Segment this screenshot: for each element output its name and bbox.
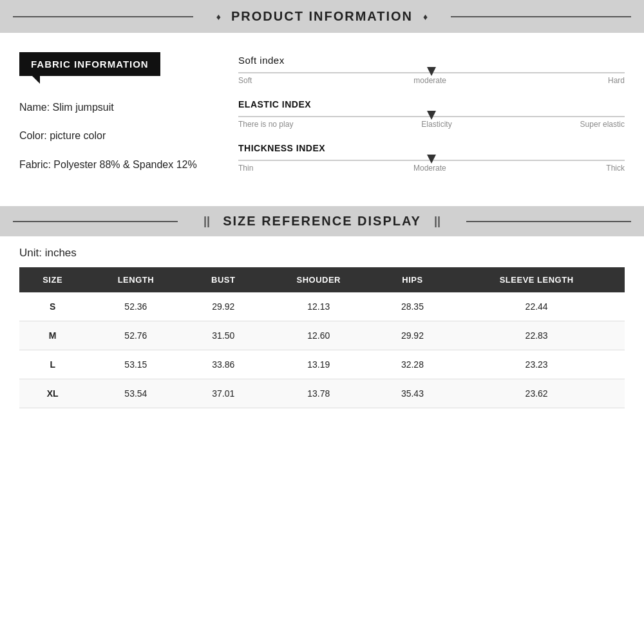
header-line-left <box>13 16 193 17</box>
col-hips: HIPS <box>377 267 449 292</box>
diamond-right: ♦ <box>423 12 428 22</box>
soft-index-title: Soft index <box>238 55 625 66</box>
thickness-slider <box>238 160 625 161</box>
soft-label-0: Soft <box>238 76 252 85</box>
color-value: picture color <box>50 130 106 141</box>
table-cell: 13.78 <box>261 379 377 408</box>
soft-track <box>238 72 625 73</box>
table-cell: 29.92 <box>185 292 260 321</box>
product-header: ♦ PRODUCT INFORMATION ♦ <box>0 0 644 33</box>
col-sleeve: SLEEVE LENGTH <box>448 267 625 292</box>
table-row: L53.1533.8613.1932.2823.23 <box>19 350 625 379</box>
table-section: Unit: inches SIZE LENGTH BUST SHOUDER HI… <box>0 236 644 428</box>
table-cell: 53.54 <box>86 379 185 408</box>
table-row: S52.3629.9212.1328.3522.44 <box>19 292 625 321</box>
thickness-label-0: Thin <box>238 164 253 173</box>
size-header: || SIZE REFERENCE DISPLAY || <box>0 206 644 236</box>
table-row: M52.7631.5012.6029.9222.83 <box>19 321 625 350</box>
thickness-labels: Thin Moderate Thick <box>238 164 625 173</box>
table-cell: 22.44 <box>448 292 625 321</box>
fabric-color-row: Color: picture color <box>19 129 213 143</box>
elastic-indicator <box>427 111 436 120</box>
unit-label: Unit: inches <box>19 247 625 260</box>
indexes-col: Soft index Soft moderate Hard ELASTIC IN… <box>238 52 625 187</box>
soft-label-2: Hard <box>608 76 625 85</box>
diamond-left: ♦ <box>216 12 221 22</box>
elastic-index-title: ELASTIC INDEX <box>238 99 625 109</box>
table-header-row: SIZE LENGTH BUST SHOUDER HIPS SLEEVE LEN… <box>19 267 625 292</box>
soft-slider <box>238 72 625 73</box>
elastic-label-0: There is no play <box>238 120 293 129</box>
header-line-right <box>451 16 631 17</box>
table-cell: 53.15 <box>86 350 185 379</box>
table-cell: 52.36 <box>86 292 185 321</box>
table-cell: 23.23 <box>448 350 625 379</box>
soft-index-section: Soft index Soft moderate Hard <box>238 55 625 85</box>
table-cell: 12.13 <box>261 292 377 321</box>
table-cell: 29.92 <box>377 321 449 350</box>
soft-label-1: moderate <box>413 76 446 85</box>
fabric-details: Name: Slim jumpsuit Color: picture color… <box>19 100 213 172</box>
elastic-label-2: Super elastic <box>580 120 625 129</box>
fabric-value: Polyester 88% & Spandex 12% <box>53 159 196 170</box>
col-bust: BUST <box>185 267 260 292</box>
elastic-index-section: ELASTIC INDEX There is no play Elasticit… <box>238 99 625 129</box>
table-cell: 23.62 <box>448 379 625 408</box>
thickness-label-2: Thick <box>606 164 625 173</box>
fabric-info-col: FABRIC INFORMATION Name: Slim jumpsuit C… <box>19 52 213 187</box>
col-length: LENGTH <box>86 267 185 292</box>
elastic-slider <box>238 116 625 117</box>
table-cell: 12.60 <box>261 321 377 350</box>
name-value: Slim jumpsuit <box>53 102 114 113</box>
table-cell: XL <box>19 379 86 408</box>
fabric-label: Fabric: <box>19 159 51 170</box>
color-label: Color: <box>19 130 47 141</box>
thickness-track <box>238 160 625 161</box>
table-cell: 33.86 <box>185 350 260 379</box>
table-cell: 13.19 <box>261 350 377 379</box>
table-cell: 37.01 <box>185 379 260 408</box>
thickness-indicator <box>427 155 436 164</box>
table-cell: M <box>19 321 86 350</box>
name-label: Name: <box>19 102 50 113</box>
col-size: SIZE <box>19 267 86 292</box>
elastic-label-1: Elasticity <box>421 120 451 129</box>
size-pipe-left: || <box>204 214 210 228</box>
thickness-label-1: Moderate <box>413 164 446 173</box>
thickness-index-title: THICKNESS INDEX <box>238 143 625 153</box>
size-header-title: SIZE REFERENCE DISPLAY <box>223 214 421 229</box>
table-cell: 35.43 <box>377 379 449 408</box>
table-cell: 28.35 <box>377 292 449 321</box>
size-line-right <box>466 221 631 222</box>
size-table: SIZE LENGTH BUST SHOUDER HIPS SLEEVE LEN… <box>19 267 625 408</box>
table-cell: L <box>19 350 86 379</box>
table-row: XL53.5437.0113.7835.4323.62 <box>19 379 625 408</box>
table-cell: 31.50 <box>185 321 260 350</box>
table-cell: S <box>19 292 86 321</box>
thickness-index-section: THICKNESS INDEX Thin Moderate Thick <box>238 143 625 173</box>
fabric-badge: FABRIC INFORMATION <box>19 52 160 76</box>
soft-labels: Soft moderate Hard <box>238 76 625 85</box>
fabric-name-row: Name: Slim jumpsuit <box>19 100 213 115</box>
page: ♦ PRODUCT INFORMATION ♦ FABRIC INFORMATI… <box>0 0 644 644</box>
fabric-material-row: Fabric: Polyester 88% & Spandex 12% <box>19 158 213 172</box>
size-pipe-right: || <box>434 214 440 228</box>
table-cell: 52.76 <box>86 321 185 350</box>
col-shoulder: SHOUDER <box>261 267 377 292</box>
elastic-track <box>238 116 625 117</box>
product-header-title: PRODUCT INFORMATION <box>231 9 413 24</box>
main-content: FABRIC INFORMATION Name: Slim jumpsuit C… <box>0 33 644 200</box>
soft-indicator <box>427 67 436 76</box>
elastic-labels: There is no play Elasticity Super elasti… <box>238 120 625 129</box>
size-line-left <box>13 221 178 222</box>
table-cell: 32.28 <box>377 350 449 379</box>
table-cell: 22.83 <box>448 321 625 350</box>
